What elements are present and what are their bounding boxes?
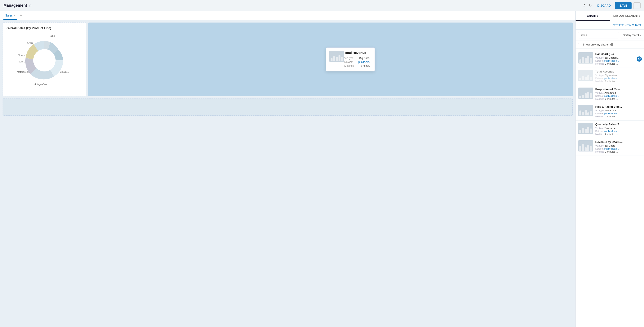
thumb-bar — [582, 76, 584, 80]
chart-info: Total Revenue Viz type Big Number Datase… — [595, 70, 642, 83]
tooltip-viz-row: Viz type Big Num... — [344, 57, 371, 60]
thumb-bar — [580, 96, 581, 98]
tab-charts[interactable]: CHARTS — [576, 11, 610, 21]
viz-label: Viz type — [595, 127, 604, 130]
chart-name: Quarterly Sales (B... — [595, 123, 642, 126]
chart-meta-dataset: Dataset public.clean... — [595, 148, 642, 150]
info-icon[interactable]: i — [610, 43, 613, 46]
redo-button[interactable]: ↻ — [588, 2, 593, 8]
tooltip-title: Total Revenue — [344, 51, 371, 54]
chart-meta-dataset: Dataset public.video... — [595, 112, 642, 115]
search-input[interactable] — [578, 32, 619, 38]
header: Management ☆ ↺ ↻ DISCARD SAVE ··· — [0, 0, 644, 11]
thumb-bar — [590, 146, 592, 151]
dataset-value: public.clean... — [604, 77, 619, 80]
viz-value: Area Chart — [604, 109, 616, 112]
undo-button[interactable]: ↺ — [581, 2, 587, 8]
chart-meta-modified: Modified 2 minutes ... — [595, 133, 642, 136]
my-charts-checkbox[interactable] — [578, 43, 581, 46]
more-button[interactable]: ··· — [633, 2, 640, 9]
bottom-empty-panel[interactable] — [2, 98, 573, 116]
tooltip-thumb-bars — [329, 54, 344, 61]
chart-thumbnail — [578, 88, 593, 99]
modified-label: Modified — [595, 62, 604, 65]
chart-list-item[interactable]: Total Revenue Viz type Big Number Datase… — [576, 68, 644, 86]
chart-meta-modified: Modified 2 minutes ... — [595, 115, 642, 118]
chart-thumbnail — [578, 52, 593, 64]
create-chart-button[interactable]: CREATE NEW CHART — [610, 24, 642, 27]
dataset-label: Dataset — [595, 148, 604, 150]
viz-value: Bar Chart — [604, 144, 614, 147]
chart-name: Proportion of Reve... — [595, 88, 642, 91]
chart-meta-viz: Viz type Bar Chart — [595, 144, 642, 147]
dataset-label: Dataset — [595, 77, 604, 80]
my-charts-label: Show only my charts — [583, 43, 608, 46]
sort-dropdown[interactable]: Sort by recent — [620, 32, 643, 38]
show-my-charts-row: Show only my charts i — [576, 41, 644, 48]
thumb-bar — [584, 77, 586, 80]
modified-value: 2 minutes ... — [605, 133, 618, 136]
thumb-bar — [582, 94, 584, 98]
chart-thumbnail — [578, 105, 593, 116]
tooltip-details: Total Revenue Viz type Big Num... Datase… — [344, 51, 371, 68]
donut-chart-panel[interactable]: Overall Sales (By Product Line) — [2, 22, 86, 96]
chart-name: Revenue by Deal S... — [595, 140, 642, 144]
chart-info: Revenue by Deal S... Viz type Bar Chart … — [595, 140, 642, 154]
chart-thumbnail — [578, 70, 593, 81]
chart-list: Bar Chart (l...) Viz type Bar Chart (l..… — [576, 48, 644, 327]
discard-button[interactable]: DISCARD — [595, 2, 613, 8]
sidebar-tabs: CHARTS LAYOUT ELEMENTS — [576, 11, 644, 21]
donut-svg — [16, 32, 72, 88]
chart-meta-viz: Viz type Big Number — [595, 74, 642, 76]
svg-point-0 — [33, 49, 56, 72]
save-button[interactable]: SAVE — [615, 2, 632, 9]
chart-list-item[interactable]: Bar Chart (l...) Viz type Bar Chart (l..… — [576, 50, 644, 68]
chart-list-item[interactable]: Quarterly Sales (B... Viz type Time-seri… — [576, 120, 644, 138]
chart-thumbnail — [578, 123, 593, 134]
chart-thumb-bars — [578, 56, 593, 63]
modified-value: 2 minutes ... — [605, 98, 618, 100]
tab-add-icon[interactable]: + — [19, 13, 23, 18]
thumb-bar — [584, 129, 586, 133]
chart-meta-modified: Modified 2 minutes ... — [595, 62, 642, 65]
tooltip-modified-row: Modified 2 minut... — [344, 64, 371, 67]
chart-meta-viz: Viz type Time-serie... — [595, 127, 642, 130]
viz-label: Viz type — [595, 74, 604, 76]
sidebar-toolbar: CREATE NEW CHART — [576, 21, 644, 30]
chart-thumb-bars — [578, 126, 593, 133]
chart-list-item[interactable]: Revenue by Deal S... Viz type Bar Chart … — [576, 138, 644, 156]
thumb-bar — [587, 75, 589, 80]
tab-close-icon[interactable]: × — [14, 14, 16, 17]
blue-panel[interactable]: Total Revenue Viz type Big Num... Datase… — [88, 22, 573, 96]
chart-thumb-bars — [578, 74, 593, 80]
thumb-bar — [590, 93, 592, 98]
thumb-bar — [590, 111, 592, 116]
chart-list-item[interactable]: Proportion of Reve... Viz type Area Char… — [576, 86, 644, 103]
chart-list-item[interactable]: Rise & Fall of Vide... Viz type Area Cha… — [576, 103, 644, 120]
viz-label: Viz type — [595, 109, 604, 112]
modified-value: 2 minutes ... — [605, 150, 618, 153]
tab-layout[interactable]: LAYOUT ELEMENTS — [610, 11, 644, 21]
star-icon[interactable]: ☆ — [29, 4, 32, 8]
viz-label: Viz type — [595, 56, 604, 59]
modified-label: Modified — [595, 133, 604, 136]
dataset-label: Dataset — [595, 130, 604, 132]
dataset-label: Dataset — [344, 60, 353, 64]
chart-info: Bar Chart (l...) Viz type Bar Chart (l..… — [595, 52, 642, 66]
bar-5 — [341, 57, 343, 61]
chart-meta-modified: Modified 2 minutes ... — [595, 150, 642, 153]
sidebar-search-bar: Sort by recent — [576, 30, 644, 41]
canvas-area: Sales × + Overall Sales (By Product Line… — [0, 11, 575, 327]
chart-info: Rise & Fall of Vide... Viz type Area Cha… — [595, 105, 642, 118]
add-chart-button[interactable]: ⚙ — [637, 56, 642, 62]
chart-meta-viz: Viz type Area Chart — [595, 92, 642, 94]
thumb-bar — [587, 92, 589, 98]
dataset-label: Dataset — [595, 112, 604, 115]
header-left: Management ☆ — [4, 3, 32, 8]
viz-label: Viz type — [595, 144, 604, 147]
modified-value: 2 minutes ... — [605, 80, 618, 82]
dataset-value: public.clean... — [604, 148, 619, 150]
thumb-bar — [584, 58, 586, 63]
tab-sales[interactable]: Sales × — [4, 11, 17, 20]
viz-value: Time-serie... — [604, 127, 618, 130]
